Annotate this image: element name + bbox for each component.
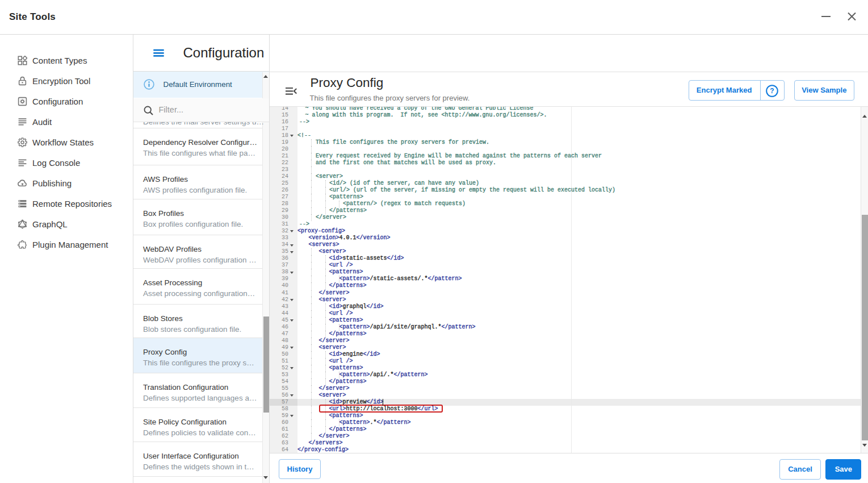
svg-text:?: ? xyxy=(770,87,774,95)
